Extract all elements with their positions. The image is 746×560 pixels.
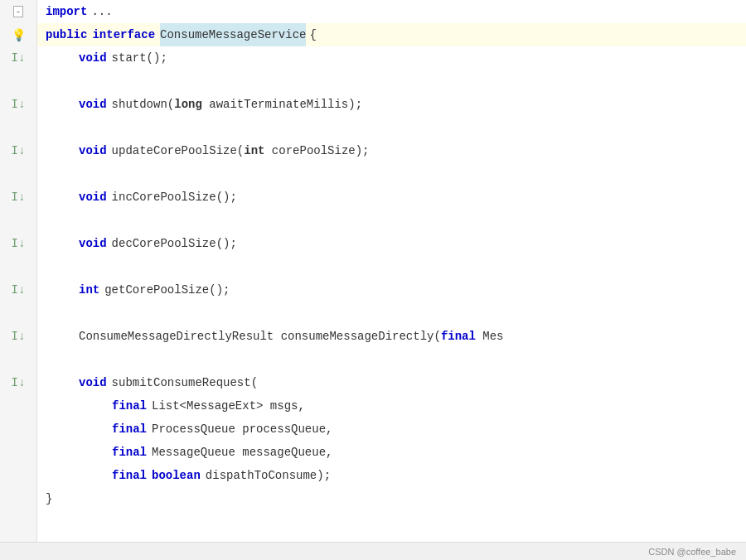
editor-container: - 💡 I↓ I↓ I↓ I↓ I↓ I↓ I↓ I↓ <box>0 0 746 560</box>
bulb-icon: 💡 <box>12 28 26 42</box>
code-line-blank-6 <box>37 302 746 325</box>
void-kw-5: void <box>79 232 107 255</box>
void-kw-4: void <box>79 186 107 209</box>
final-kw-1: final <box>112 394 147 418</box>
code-line-blank-7 <box>37 348 746 371</box>
gutter-arrow-3[interactable]: I↓ <box>0 139 36 162</box>
code-line-blank-4 <box>37 209 746 232</box>
import-line: import ... <box>37 0 746 23</box>
code-line-3: void shutdown(long awaitTerminateMillis)… <box>37 93 746 116</box>
gutter-arrow-1[interactable]: I↓ <box>0 46 36 70</box>
gutter-arrow-blank-1 <box>0 70 36 93</box>
final-kw-3: final <box>112 441 147 464</box>
public-kw: public <box>46 23 87 46</box>
code-line-2: void start(); <box>37 46 746 70</box>
import-keyword: import <box>46 0 87 23</box>
code-line-6: void decCorePoolSize(); <box>37 232 746 255</box>
gutter-arrow-blank-3 <box>0 162 36 186</box>
gutter-arrow-blank-6 <box>0 302 36 325</box>
code-content[interactable]: import ... public interface ConsumeMessa… <box>37 0 746 542</box>
code-line-12: final MessageQueue messageQueue, <box>37 441 746 464</box>
code-line-13: final boolean dispathToConsume); <box>37 464 746 487</box>
code-line-11: final ProcessQueue processQueue, <box>37 418 746 441</box>
watermark-text: CSDN @coffee_babe <box>648 547 736 557</box>
param-dispatch: dispathToConsume); <box>206 464 331 487</box>
brace-close: } <box>46 487 52 510</box>
param-process-queue: ProcessQueue processQueue, <box>152 418 332 441</box>
code-line-4: void updateCorePoolSize(int corePoolSize… <box>37 139 746 162</box>
code-line-8: ConsumeMessageDirectlyResult consumeMess… <box>37 325 746 348</box>
code-line-blank-3 <box>37 162 746 186</box>
method-get: getCorePoolSize(); <box>104 278 230 302</box>
gutter-arrow-blank-4 <box>0 209 36 232</box>
gutter-arrow-blank-10 <box>0 441 36 464</box>
gutter-arrow-6[interactable]: I↓ <box>0 278 36 302</box>
code-line-1: public interface ConsumeMessageService { <box>37 23 746 46</box>
void-kw-3: void <box>79 139 107 162</box>
void-kw-2: void <box>79 93 107 116</box>
code-area: - 💡 I↓ I↓ I↓ I↓ I↓ I↓ I↓ I↓ <box>0 0 746 542</box>
method-shutdown: shutdown(long awaitTerminateMillis); <box>112 93 362 116</box>
method-consume-directly: ConsumeMessageDirectlyResult consumeMess… <box>79 325 504 348</box>
gutter-arrow-blank-8 <box>0 394 36 418</box>
gutter-arrow-7[interactable]: I↓ <box>0 325 36 348</box>
method-submit: submitConsumeRequest( <box>112 371 258 394</box>
gutter-bulb-row: 💡 <box>0 23 36 46</box>
gutter-arrow-5[interactable]: I↓ <box>0 232 36 255</box>
code-line-7: int getCorePoolSize(); <box>37 278 746 302</box>
method-update: updateCorePoolSize(int corePoolSize); <box>112 139 370 162</box>
gutter-arrow-blank-7 <box>0 348 36 371</box>
code-line-9: void submitConsumeRequest( <box>37 371 746 394</box>
param-message-queue: MessageQueue messageQueue, <box>152 441 332 464</box>
gutter-arrow-4[interactable]: I↓ <box>0 186 36 209</box>
boolean-kw: boolean <box>152 464 201 487</box>
final-kw-4: final <box>112 464 147 487</box>
gutter-arrow-2[interactable]: I↓ <box>0 93 36 116</box>
void-kw-1: void <box>79 46 107 70</box>
class-name: ConsumeMessageService <box>160 23 306 46</box>
code-line-10: final List<MessageExt> msgs, <box>37 394 746 418</box>
gutter: - 💡 I↓ I↓ I↓ I↓ I↓ I↓ I↓ I↓ <box>0 0 37 542</box>
brace-open: { <box>309 23 316 46</box>
final-kw-2: final <box>112 418 147 441</box>
gutter-arrow-blank-5 <box>0 255 36 278</box>
gutter-import-row: - <box>13 0 24 23</box>
code-line-close: } <box>37 487 746 510</box>
void-kw-6: void <box>79 371 107 394</box>
method-dec: decCorePoolSize(); <box>112 232 237 255</box>
method-start: start(); <box>112 46 167 70</box>
collapse-icon[interactable]: - <box>13 6 24 17</box>
gutter-arrow-blank-11 <box>0 464 36 487</box>
method-inc: incCorePoolSize(); <box>112 186 237 209</box>
interface-kw: interface <box>92 23 155 46</box>
gutter-arrow-blank-12 <box>0 487 36 510</box>
code-lines: import ... public interface ConsumeMessa… <box>37 0 746 510</box>
code-line-5: void incCorePoolSize(); <box>37 186 746 209</box>
code-line-blank-2 <box>37 116 746 139</box>
import-ellipsis: ... <box>91 0 112 23</box>
status-bar: CSDN @coffee_babe <box>0 542 746 560</box>
code-line-blank-1 <box>37 70 746 93</box>
code-line-blank-5 <box>37 255 746 278</box>
gutter-arrow-blank-9 <box>0 418 36 441</box>
int-kw-1: int <box>79 278 99 302</box>
gutter-arrow-blank-2 <box>0 116 36 139</box>
gutter-arrow-8[interactable]: I↓ <box>0 371 36 394</box>
param-msgs: List<MessageExt> msgs, <box>152 394 305 418</box>
